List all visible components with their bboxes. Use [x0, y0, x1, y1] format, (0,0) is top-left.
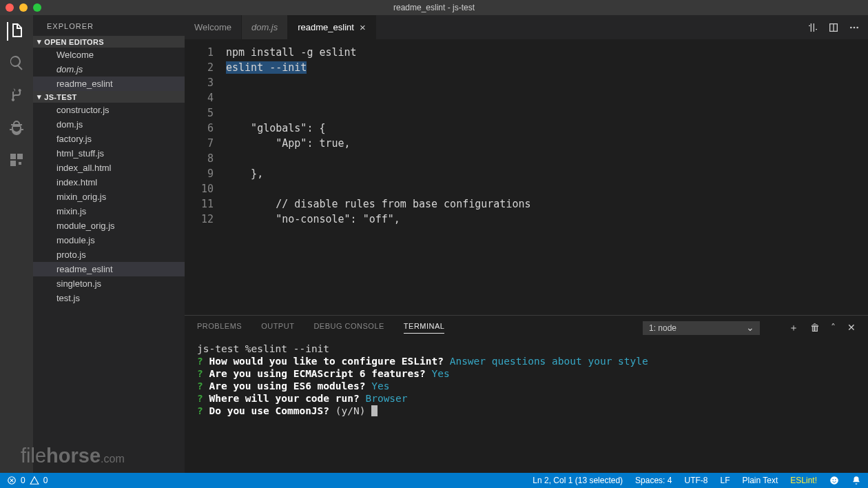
- panel-actions: ＋ 🗑 ˄ ✕: [789, 322, 856, 334]
- open-editors-header[interactable]: ▾ OPEN EDITORS: [33, 36, 185, 48]
- svg-point-5: [832, 479, 834, 480]
- activity-search[interactable]: [8, 54, 25, 73]
- kill-terminal-icon[interactable]: 🗑: [810, 322, 820, 334]
- sidebar-title: EXPLORER: [33, 15, 185, 36]
- notifications-icon[interactable]: [851, 476, 861, 485]
- error-count: 0: [21, 476, 25, 485]
- status-bar: 0 0 Ln 2, Col 1 (13 selected) Spaces: 4 …: [0, 473, 868, 488]
- files-icon: [8, 22, 25, 39]
- open-editors-label: OPEN EDITORS: [44, 38, 104, 46]
- editor-tab[interactable]: Welcome: [185, 15, 242, 39]
- status-language[interactable]: Plain Text: [742, 476, 778, 485]
- warning-count: 0: [43, 476, 48, 485]
- file-item[interactable]: dom.js: [33, 117, 185, 132]
- terminal[interactable]: js-test %eslint --init? How would you li…: [185, 340, 868, 473]
- explorer-sidebar: EXPLORER ▾ OPEN EDITORS Welcomedom.jsrea…: [33, 15, 185, 473]
- open-editor-item[interactable]: Welcome: [33, 48, 185, 62]
- file-item[interactable]: module.js: [33, 233, 185, 247]
- bottom-panel: PROBLEMSOUTPUTDEBUG CONSOLETERMINAL 1: n…: [185, 315, 868, 473]
- panel-tab[interactable]: TERMINAL: [404, 322, 445, 334]
- warning-icon: [30, 476, 39, 485]
- svg-point-2: [856, 26, 858, 28]
- svg-point-0: [850, 26, 852, 28]
- maximize-panel-icon[interactable]: ˄: [831, 322, 836, 334]
- activity-scm[interactable]: [8, 87, 25, 105]
- file-item[interactable]: constructor.js: [33, 103, 185, 117]
- tab-actions: [807, 15, 868, 39]
- feedback-icon[interactable]: [829, 476, 839, 485]
- open-editors-list: Welcomedom.jsreadme_eslint: [33, 48, 185, 91]
- titlebar: readme_eslint - js-test: [0, 0, 868, 15]
- line-numbers: 123456789101112: [185, 39, 226, 315]
- file-list: constructor.jsdom.jsfactory.jshtml_stuff…: [33, 103, 185, 305]
- status-cursor[interactable]: Ln 2, Col 1 (13 selected): [533, 476, 623, 485]
- file-item[interactable]: html_stuff.js: [33, 146, 185, 161]
- editor-tab[interactable]: dom.js: [242, 15, 288, 39]
- activity-debug[interactable]: [8, 119, 25, 138]
- file-item[interactable]: factory.js: [33, 132, 185, 146]
- file-item[interactable]: proto.js: [33, 247, 185, 262]
- close-tab-icon[interactable]: ×: [360, 21, 366, 33]
- tab-bar: Welcomedom.jsreadme_eslint×: [185, 15, 868, 39]
- status-indent[interactable]: Spaces: 4: [635, 476, 672, 485]
- svg-point-4: [830, 476, 838, 485]
- code-content[interactable]: npm install -g eslinteslint --init "glob…: [226, 39, 868, 315]
- status-encoding[interactable]: UTF-8: [684, 476, 707, 485]
- editor-group: Welcomedom.jsreadme_eslint× 123456789101…: [185, 15, 868, 473]
- open-editor-item[interactable]: readme_eslint: [33, 77, 185, 91]
- activity-bar: [0, 15, 33, 473]
- project-label: JS-TEST: [44, 93, 76, 101]
- file-item[interactable]: index_all.html: [33, 161, 185, 175]
- editor[interactable]: 123456789101112 npm install -g eslintesl…: [185, 39, 868, 315]
- project-header[interactable]: ▾ JS-TEST: [33, 91, 185, 103]
- compare-icon[interactable]: [807, 22, 818, 33]
- error-icon: [7, 476, 17, 485]
- search-icon: [8, 54, 25, 71]
- panel-tab[interactable]: PROBLEMS: [197, 322, 242, 334]
- file-item[interactable]: module_orig.js: [33, 218, 185, 233]
- open-editor-item[interactable]: dom.js: [33, 62, 185, 77]
- file-item[interactable]: mixin_orig.js: [33, 190, 185, 204]
- status-eslint[interactable]: ESLint!: [790, 476, 817, 485]
- split-editor-icon[interactable]: [828, 22, 839, 33]
- svg-point-6: [835, 479, 836, 480]
- status-problems[interactable]: 0 0: [7, 476, 48, 485]
- panel-tab[interactable]: DEBUG CONSOLE: [313, 322, 384, 334]
- close-panel-icon[interactable]: ✕: [847, 322, 856, 334]
- file-item[interactable]: mixin.js: [33, 204, 185, 218]
- panel-tabs: PROBLEMSOUTPUTDEBUG CONSOLETERMINAL 1: n…: [185, 316, 868, 340]
- bug-icon: [8, 119, 25, 136]
- window-title: readme_eslint - js-test: [0, 3, 868, 12]
- file-item[interactable]: test.js: [33, 291, 185, 305]
- svg-point-1: [854, 26, 856, 28]
- watermark: filehorse.com: [21, 445, 125, 467]
- activity-extensions[interactable]: [8, 152, 25, 170]
- chevron-down-icon: ▾: [37, 37, 41, 46]
- more-icon[interactable]: [849, 22, 860, 33]
- file-item[interactable]: readme_eslint: [33, 262, 185, 276]
- extensions-icon: [8, 152, 25, 168]
- terminal-selector[interactable]: 1: node: [643, 321, 760, 335]
- file-item[interactable]: singleton.js: [33, 276, 185, 291]
- file-item[interactable]: index.html: [33, 175, 185, 190]
- editor-tab[interactable]: readme_eslint×: [288, 15, 375, 39]
- chevron-down-icon: ▾: [37, 92, 41, 101]
- panel-tab[interactable]: OUTPUT: [261, 322, 294, 334]
- status-eol[interactable]: LF: [720, 476, 730, 485]
- activity-explorer[interactable]: [7, 22, 25, 41]
- new-terminal-icon[interactable]: ＋: [789, 322, 799, 334]
- branch-icon: [8, 87, 25, 103]
